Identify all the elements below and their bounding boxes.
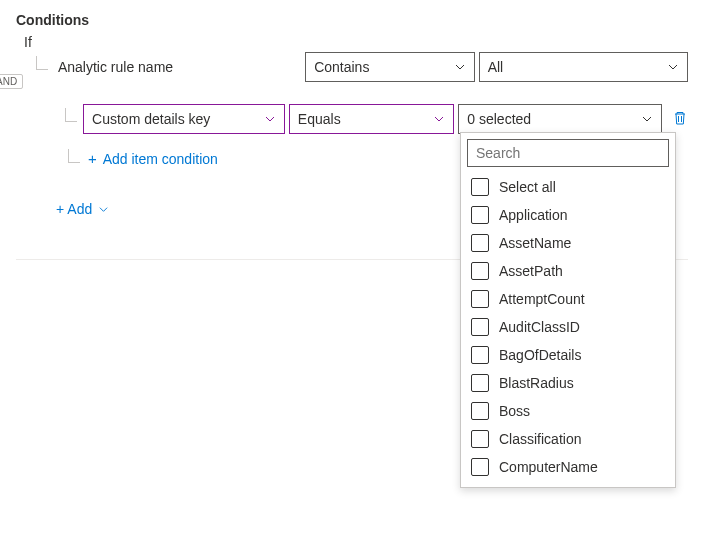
option-item[interactable]: AssetPath [467, 257, 669, 285]
option-label: AssetPath [499, 263, 563, 279]
chevron-down-icon [98, 204, 109, 215]
option-item[interactable]: BlastRadius [467, 369, 669, 397]
tree-connector [56, 111, 79, 128]
checkbox[interactable] [471, 290, 489, 308]
tree-connector [26, 59, 50, 76]
options-scroll[interactable]: ApplicationAssetNameAssetPathAttemptCoun… [467, 201, 669, 481]
add-condition-button[interactable]: + Add [56, 201, 109, 217]
checkbox[interactable] [471, 346, 489, 364]
search-input[interactable] [467, 139, 669, 167]
operator-select-row2[interactable]: Equals [289, 104, 454, 134]
value-text: 0 selected [467, 111, 531, 127]
option-label: Select all [499, 179, 556, 195]
chevron-down-icon [454, 61, 466, 73]
chevron-down-icon [433, 113, 445, 125]
add-item-condition-button[interactable]: + Add item condition [88, 150, 218, 167]
checkbox[interactable] [471, 178, 489, 196]
chevron-down-icon [667, 61, 679, 73]
option-item[interactable]: AssetName [467, 229, 669, 257]
option-label: Classification [499, 431, 581, 447]
and-badge: AND [0, 74, 23, 89]
chevron-down-icon [641, 113, 653, 125]
option-item[interactable]: ComputerName [467, 453, 669, 481]
option-label: Boss [499, 403, 530, 419]
field-value: Custom details key [92, 111, 210, 127]
operator-select-row1[interactable]: Contains [305, 52, 475, 82]
multiselect-dropdown: Select all ApplicationAssetNameAssetPath… [460, 132, 676, 488]
option-item[interactable]: AuditClassID [467, 313, 669, 341]
option-item[interactable]: AttemptCount [467, 285, 669, 313]
checkbox[interactable] [471, 374, 489, 392]
checkbox[interactable] [471, 262, 489, 280]
option-select-all[interactable]: Select all [467, 173, 669, 201]
value-text: All [488, 59, 504, 75]
tree-connector [58, 152, 82, 169]
option-item[interactable]: BagOfDetails [467, 341, 669, 369]
checkbox[interactable] [471, 402, 489, 420]
option-label: BlastRadius [499, 375, 574, 391]
chevron-down-icon [264, 113, 276, 125]
option-item[interactable]: Classification [467, 425, 669, 453]
checkbox[interactable] [471, 234, 489, 252]
option-item[interactable]: Boss [467, 397, 669, 425]
field-select-row2[interactable]: Custom details key [83, 104, 285, 134]
checkbox[interactable] [471, 430, 489, 448]
add-item-condition-label: Add item condition [103, 151, 218, 167]
option-item[interactable]: Application [467, 201, 669, 229]
option-label: AssetName [499, 235, 571, 251]
option-label: ComputerName [499, 459, 598, 475]
field-label: Analytic rule name [54, 59, 293, 75]
if-label: If [24, 34, 688, 50]
value-multiselect-row2[interactable]: 0 selected [458, 104, 662, 134]
option-label: AttemptCount [499, 291, 585, 307]
option-label: Application [499, 207, 568, 223]
operator-value: Equals [298, 111, 341, 127]
option-label: AuditClassID [499, 319, 580, 335]
operator-value: Contains [314, 59, 369, 75]
delete-condition-button[interactable] [672, 110, 688, 129]
checkbox[interactable] [471, 458, 489, 476]
checkbox[interactable] [471, 318, 489, 336]
option-label: BagOfDetails [499, 347, 581, 363]
plus-icon: + [88, 150, 97, 167]
checkbox[interactable] [471, 206, 489, 224]
value-select-row1[interactable]: All [479, 52, 688, 82]
add-label: + Add [56, 201, 92, 217]
section-title: Conditions [16, 12, 688, 28]
